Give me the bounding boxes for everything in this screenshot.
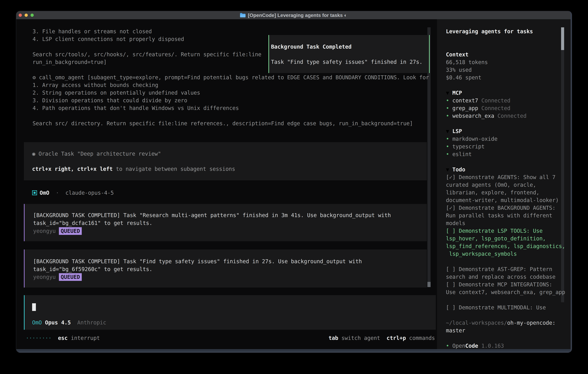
sidebar-scrollbar-thumb[interactable] [561,27,564,50]
sidebar-line: • grep_app Connected [446,104,510,112]
sidebar-line: document-writer, multimodal-looker) [446,197,559,204]
chat-line: OmO · claude-opus-4-5 [40,189,114,197]
chat-line: task_id="bg_6f59260c" to get results. [33,265,152,273]
chat-line: Search src/ directory. Return specific f… [32,120,413,127]
chat-line: ◉ Oracle Task "Deep architecture review" [32,150,161,158]
sidebar-line: [✓] Demonstrate AGENTS: Show all 7 [446,173,556,181]
sidebar-line: lsp_workspace_symbols [446,250,517,258]
background-task-toast [268,35,430,73]
sidebar-line: models [446,219,465,227]
chat-line: ········ esc interrupt [26,334,100,342]
chat-line: 4. Path operations that don't handle Win… [32,104,239,112]
chat-line: [BACKGROUND TASK COMPLETED] Task "Resear… [33,211,391,219]
sidebar-line: • markdown-oxide [446,135,497,143]
sidebar-line: Leveraging agents for tasks [446,28,533,35]
text-cursor [32,303,36,311]
chat-line: task_id="bg_dcfac161" to get results. [33,219,152,227]
chat-line: 2. String operations on potentially unde… [32,89,200,97]
sidebar-line: Use context7, websearch_exa, grep_app [446,288,565,296]
sidebar-line: [ ] Demonstrate LSP TOOLS: Use [446,227,543,235]
folder-icon [240,13,246,18]
main-pane: 3. File handles or streams not closed4. … [16,19,437,349]
sidebar-line: • eslint [446,150,472,158]
chat-line: 3. Division operations that could divide… [32,97,187,104]
chat-line: 1. Array access without bounds checking [32,81,158,89]
terminal-window: [OpenCode] Leveraging agents for tasks ◐… [16,11,572,353]
sidebar-line: • websearch_exa Connected [446,112,526,120]
window-title: [OpenCode] Leveraging agents for tasks ◐ [240,12,347,18]
sidebar-line: ▼ MCP [446,89,462,97]
sidebar-line: 33% used [446,66,472,74]
sidebar-line: Run parallel tasks with different [446,212,552,219]
sidebar-line: lsp_find_references, lsp_diagnostics, [446,242,565,250]
chat-line: [BACKGROUND TASK COMPLETED] Task "Find t… [33,258,362,265]
oracle-task-card [24,142,427,180]
chat-line: ⚙ call_omo_agent [subagent_type=explore,… [32,74,429,81]
chat-line: tab switch agent ctrl+p commands [329,334,435,342]
chat-line: OmO Opus 4.5 Anthropic [32,319,106,326]
sidebar-line: • OpenCode 1.0.163 [446,342,504,349]
sidebar-line: • typescript [446,143,484,150]
sidebar-line: ▼ LSP [446,127,462,135]
chat-line: 3. File handles or streams not closed [32,28,152,35]
sidebar-line: ▼ Todo [446,166,465,173]
window-title-text: [OpenCode] Leveraging agents for tasks ◐ [248,12,347,18]
close-button[interactable] [19,14,22,17]
sidebar: Leveraging agents for tasksContext66,518… [437,19,571,349]
sidebar-line: curated agents (OmO, oracle, [446,181,536,189]
sidebar-line: Context [446,51,469,58]
agent-badge-icon [32,190,37,195]
bottom-bar [16,349,571,353]
sidebar-line: lsp_hover, lsp_goto_definition, [446,235,546,242]
chat-line: Task "Find type safety issues" finished … [271,58,422,66]
chat-line: yeongyu QUEUED [33,227,82,235]
sidebar-line: [✓] Demonstrate BACKGROUND AGENTS: [446,204,556,212]
chat-line: 4. LSP client connections not properly d… [32,35,184,43]
sidebar-line: [ ] Demonstrate MCP INTEGRATIONS: [446,281,552,288]
zoom-button[interactable] [31,14,34,17]
traffic-lights [19,14,34,17]
sidebar-line: master [446,327,465,334]
sidebar-line: $0.46 spent [446,74,481,82]
chat-line: yeongyu QUEUED [33,273,82,281]
sidebar-line: ~/local-workspaces/oh-my-opencode: [446,319,556,327]
sidebar-line: [ ] Demonstrate AST-GREP: Pattern [446,265,552,273]
sidebar-line: • context7 Connected [446,97,510,104]
sidebar-line: 66,518 tokens [446,58,488,66]
minimize-button[interactable] [25,14,28,17]
chat-line: run_in_background=true] [32,58,107,66]
window-titlebar[interactable]: [OpenCode] Leveraging agents for tasks ◐ [16,11,571,19]
sidebar-scrollbar-track[interactable] [561,27,564,302]
sidebar-line: [ ] Demonstrate MULTIMODAL: Use [446,304,546,311]
chat-line: ctrl+x right, ctrl+x left to navigate be… [32,165,235,173]
sidebar-line: search and replace across codebase [446,273,556,281]
chat-line: Search src/tools/, src/hooks/, src/featu… [32,51,262,58]
chat-scrollbar-thumb[interactable] [427,282,430,287]
sidebar-line: librarian, explore, frontend, [446,189,539,197]
chat-line: Background Task Completed [271,43,352,51]
